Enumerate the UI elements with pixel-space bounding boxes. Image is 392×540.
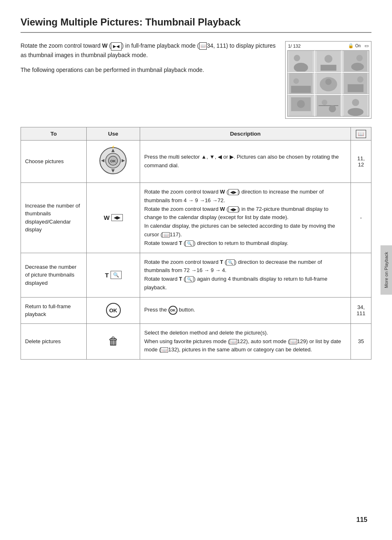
use-increase-thumbnails: W ◀▶: [87, 183, 140, 253]
thumb-cell-5: [315, 73, 342, 94]
ref-delete-pictures: 35: [351, 323, 371, 359]
desc-increase-thumbnails: Rotate the zoom control toward W (◀▶) di…: [140, 183, 351, 253]
intro-paragraph-1: Rotate the zoom control toward W (▶◀) in…: [21, 41, 277, 60]
to-delete-pictures: Delete pictures: [21, 323, 87, 359]
preview-icons: 🔒 On ▭: [348, 43, 369, 48]
sidebar-tab: More on Playback: [380, 245, 392, 295]
svg-text:⚡: ⚡: [111, 145, 115, 149]
svg-point-20: [297, 100, 305, 108]
thumb-cell-2: [315, 51, 342, 72]
thumb-cell-4: [288, 73, 314, 94]
svg-point-10: [293, 78, 299, 84]
operations-table: To Use Description 📖 Choose pictures: [21, 127, 371, 360]
page-number: 115: [356, 516, 367, 524]
row-fullframe-playback: Return to full-frame playback OK Press t…: [21, 297, 371, 323]
row-increase-thumbnails: Increase the number of thumbnails displa…: [21, 183, 371, 253]
svg-point-4: [324, 55, 332, 63]
thumb-cell-1: [288, 51, 314, 72]
svg-point-24: [329, 105, 336, 112]
desc-fullframe-playback: Press the OK button.: [140, 297, 351, 323]
intro-text: Rotate the zoom control toward W (▶◀) in…: [21, 41, 277, 119]
svg-rect-5: [321, 65, 336, 71]
svg-point-7: [357, 55, 363, 61]
col-to: To: [21, 127, 87, 141]
ref-fullframe-playback: 34,111: [351, 297, 371, 323]
svg-text:OK: OK: [110, 159, 116, 163]
ref-increase-thumbnails: -: [351, 183, 371, 253]
intro-paragraph-2: The following operations can be performe…: [21, 65, 277, 74]
thumb-cell-9: [342, 95, 369, 116]
use-choose-pictures: OK ⚡: [87, 141, 140, 183]
t-label: T: [105, 272, 108, 279]
row-decrease-thumbnails: Decrease the number of picture thumbnail…: [21, 253, 371, 297]
to-fullframe-playback: Return to full-frame playback: [21, 297, 87, 323]
row-delete-pictures: Delete pictures 🗑 Select the deletion me…: [21, 323, 371, 359]
desc-choose-pictures: Press the multi selector ▲, ▼, ◀ or ▶. P…: [140, 141, 351, 183]
row-choose-pictures: Choose pictures OK ⚡: [21, 141, 371, 183]
thumb-cell-8: [315, 95, 342, 116]
svg-rect-11: [291, 86, 311, 93]
svg-point-26: [352, 99, 359, 106]
preview-counter: 1/ 132: [288, 44, 301, 48]
ok-button-icon: OK: [106, 303, 121, 318]
svg-point-8: [351, 63, 364, 71]
w-label: W: [104, 214, 109, 221]
col-description: Description: [140, 127, 351, 141]
svg-rect-17: [348, 84, 363, 92]
ref-choose-pictures: 11,12: [351, 141, 371, 183]
to-choose-pictures: Choose pictures: [21, 141, 87, 183]
thumb-cell-6: [342, 73, 369, 94]
preview-header: 1/ 132 🔒 On ▭: [287, 43, 369, 48]
thumb-cell-7: [288, 95, 314, 116]
use-delete-pictures: 🗑: [87, 323, 140, 359]
to-increase-thumbnails: Increase the number of thumbnails displa…: [21, 183, 87, 253]
thumb-grid: [287, 50, 369, 117]
trash-icon: 🗑: [91, 335, 136, 348]
svg-point-27: [348, 108, 363, 116]
w-zoom-icon: ◀▶: [111, 214, 123, 221]
use-decrease-thumbnails: T 🔍: [87, 253, 140, 297]
thumbnail-preview: 1/ 132 🔒 On ▭: [285, 41, 371, 119]
svg-point-16: [357, 76, 364, 83]
to-decrease-thumbnails: Decrease the number of picture thumbnail…: [21, 253, 87, 297]
ref-decrease-thumbnails: [351, 253, 371, 297]
intro-section: Rotate the zoom control toward W (▶◀) in…: [21, 41, 371, 119]
svg-point-14: [325, 78, 331, 85]
multi-selector-icon: OK ⚡: [98, 145, 129, 176]
use-fullframe-playback: OK: [87, 297, 140, 323]
page-title: Viewing Multiple Pictures: Thumbnail Pla…: [21, 16, 371, 33]
t-zoom-icon: 🔍: [111, 271, 122, 279]
desc-delete-pictures: Select the deletion method and delete th…: [140, 323, 351, 359]
thumb-cell-3: [342, 51, 369, 72]
svg-point-23: [322, 100, 327, 105]
desc-decrease-thumbnails: Rotate the zoom control toward T (🔍) dir…: [140, 253, 351, 297]
col-ref: 📖: [351, 127, 371, 141]
col-use: Use: [87, 127, 140, 141]
svg-point-1: [294, 55, 300, 61]
sidebar-tab-label: More on Playback: [384, 252, 389, 288]
